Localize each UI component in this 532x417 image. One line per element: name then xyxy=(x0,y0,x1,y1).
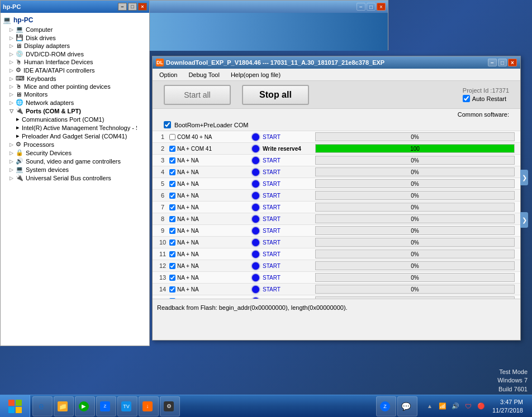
tree-item-mice[interactable]: ▷ 🖱 Mice and other pointing devices xyxy=(3,83,147,90)
tray-extra-icon[interactable]: 🔴 xyxy=(476,401,487,412)
zalo2-icon: Z xyxy=(380,401,390,411)
port-cb-12[interactable] xyxy=(169,263,175,269)
tree-item-dvd[interactable]: ▷ 💿 DVD/CD-ROM drives xyxy=(3,50,147,58)
tree-item-ide[interactable]: ▷ ⚙ IDE ATA/ATAPI controllers xyxy=(3,66,147,74)
taskbar-items: e 📁 ▶ Z TV ↓ ⚙ xyxy=(30,396,420,416)
tree-subitem-amt[interactable]: ▸ Intel(R) Active Management Technology … xyxy=(3,123,137,132)
taskbar-chat-icon[interactable]: 💬 xyxy=(397,396,417,416)
port-cb-1[interactable] xyxy=(169,134,175,140)
port-cb-2[interactable] xyxy=(169,146,175,152)
tree-item-display[interactable]: ▷ 🖥 Display adapters xyxy=(3,42,147,50)
explorer-icon: 📁 xyxy=(58,401,68,411)
tree-item-ports[interactable]: ▽ 🔌 Ports (COM & LPT) xyxy=(3,107,147,115)
port-start-btn-5[interactable]: START xyxy=(263,181,313,187)
port-row: 15 NA + NA START 0% xyxy=(153,295,520,299)
download-tool-titlebar: DL DownloadTool_EXP_P_V1804.46 --- 17031… xyxy=(153,56,520,69)
port-start-btn-8[interactable]: START xyxy=(263,216,313,222)
port-cb-6[interactable] xyxy=(169,193,175,199)
close-icon[interactable]: × xyxy=(377,3,386,11)
minimize-icon[interactable]: − xyxy=(357,3,365,11)
start-all-button[interactable]: Start all xyxy=(164,85,231,105)
port-start-btn-15[interactable]: START xyxy=(263,298,313,299)
stop-all-button[interactable]: Stop all xyxy=(242,85,309,105)
collapse-arrow-2[interactable]: ❯ xyxy=(520,212,528,228)
bootrom-checkbox[interactable] xyxy=(164,121,171,128)
port-led xyxy=(252,239,259,246)
port-cb-9[interactable] xyxy=(169,228,175,234)
start-button[interactable] xyxy=(0,395,30,418)
menu-debug-tool[interactable]: Debug Tool xyxy=(184,70,224,79)
tree-item-disk[interactable]: ▷ 💾 Disk drives xyxy=(3,33,147,42)
tree-item-computer[interactable]: ▷ 💻 Computer xyxy=(3,25,147,33)
usb-icon: 🔌 xyxy=(16,174,23,181)
tray-volume-icon[interactable]: 🔊 xyxy=(450,401,461,412)
maximize-icon[interactable]: □ xyxy=(367,3,376,11)
zalo-icon: Z xyxy=(100,401,110,411)
port-led xyxy=(252,215,259,223)
taskbar-tool-icon[interactable]: ⚙ xyxy=(160,396,180,416)
port-start-btn-10[interactable]: START xyxy=(263,239,313,246)
tree-item-sound[interactable]: ▷ 🔊 Sound, video and game controllers xyxy=(3,157,147,165)
port-start-btn-14[interactable]: START xyxy=(263,286,313,293)
port-start-btn-1[interactable]: START xyxy=(263,134,313,140)
tree-item-hid[interactable]: ▷ 🖱 Human Interface Devices xyxy=(3,58,147,66)
port-cb-13[interactable] xyxy=(169,275,175,281)
dm-close-btn[interactable]: × xyxy=(138,3,147,11)
taskbar-download-icon[interactable]: ↓ xyxy=(139,396,159,416)
device-tree: 💻 hp-PC ▷ 💻 Computer ▷ 💾 Disk drives ▷ 🖥… xyxy=(1,13,149,346)
dt-close-btn[interactable]: × xyxy=(508,59,517,66)
port-start-btn-6[interactable]: START xyxy=(263,193,313,199)
auto-restart-checkbox[interactable] xyxy=(463,95,470,102)
port-start-btn-12[interactable]: START xyxy=(263,263,313,269)
port-cb-3[interactable] xyxy=(169,157,175,164)
tray-network-icon[interactable]: 📶 xyxy=(437,401,448,412)
taskbar-teamviewer-icon[interactable]: TV xyxy=(117,396,137,416)
port-start-btn-4[interactable]: START xyxy=(263,169,313,175)
port-cb-15[interactable] xyxy=(169,298,175,299)
taskbar-media-icon[interactable]: ▶ xyxy=(75,396,95,416)
dt-minimize-btn[interactable]: − xyxy=(488,59,497,66)
dm-maximize-btn[interactable]: □ xyxy=(128,3,137,11)
port-cb-5[interactable] xyxy=(169,181,175,187)
tree-subitem-com1[interactable]: ▸ Communications Port (COM1) xyxy=(3,115,147,123)
taskbar-explorer-icon[interactable]: 📁 xyxy=(54,396,74,416)
taskbar-zalo-icon[interactable]: Z xyxy=(96,396,116,416)
port-cb-7[interactable] xyxy=(169,204,175,210)
clock-display[interactable]: 3:47 PM 11/27/2018 xyxy=(488,398,528,414)
tree-item-network[interactable]: ▷ 🌐 Network adapters xyxy=(3,98,147,107)
dm-minimize-btn[interactable]: − xyxy=(118,3,127,11)
port-cb-10[interactable] xyxy=(169,239,175,246)
tree-subitem-preloader[interactable]: ▸ Preloader And Gadget Serial (COM41) xyxy=(3,132,147,140)
menu-option[interactable]: Option xyxy=(155,70,182,79)
tree-item-keyboards[interactable]: ▷ ⌨ Keyboards xyxy=(3,74,147,83)
port-cb-14[interactable] xyxy=(169,286,175,293)
port-cb-11[interactable] xyxy=(169,251,175,257)
tree-item-system[interactable]: ▷ 💻 System devices xyxy=(3,165,147,174)
tree-item-usb[interactable]: ▷ 🔌 Universal Serial Bus controllers xyxy=(3,174,147,182)
taskbar-ie-icon[interactable]: e xyxy=(32,396,53,416)
port-cb-8[interactable] xyxy=(169,216,175,222)
port-start-btn-9[interactable]: START xyxy=(263,228,313,234)
port-start-btn-2[interactable]: Write reserve4 xyxy=(263,146,313,152)
tree-root-item[interactable]: 💻 hp-PC xyxy=(3,15,147,25)
menu-help[interactable]: Help(open log file) xyxy=(226,70,285,79)
port-start-btn-7[interactable]: START xyxy=(263,204,313,210)
port-start-btn-13[interactable]: START xyxy=(263,275,313,281)
taskbar-zalo2-icon[interactable]: Z xyxy=(376,396,396,416)
port-cb-4[interactable] xyxy=(169,169,175,175)
tray-icons: ▲ 📶 🔊 🛡 🔴 xyxy=(424,401,487,412)
taskbar: e 📁 ▶ Z TV ↓ ⚙ xyxy=(0,395,532,417)
tree-item-processors[interactable]: ▷ ⚙ Processors xyxy=(3,140,147,148)
dt-maximize-btn[interactable]: □ xyxy=(498,59,507,66)
tray-up-arrow[interactable]: ▲ xyxy=(424,401,435,412)
sound-icon: 🔊 xyxy=(16,157,23,165)
port-start-btn-11[interactable]: START xyxy=(263,251,313,257)
tree-item-security[interactable]: ▷ 🔒 Security Devices xyxy=(3,148,147,157)
tree-item-monitors[interactable]: ▷ 🖥 Monitors xyxy=(3,90,147,98)
port-start-btn-3[interactable]: START xyxy=(263,157,313,164)
collapse-arrow-1[interactable]: ❯ xyxy=(520,170,528,185)
port-list: 1 COM 40 + NA START 0% 2 NA + COM 41 Wri… xyxy=(153,131,520,299)
tray-antivirus-icon[interactable]: 🛡 xyxy=(463,401,474,412)
device-manager-window: hp-PC − □ × 💻 hp-PC ▷ 💻 Computer ▷ 💾 Dis… xyxy=(0,0,150,346)
port-row: 11 NA + NA START 0% xyxy=(153,248,520,260)
